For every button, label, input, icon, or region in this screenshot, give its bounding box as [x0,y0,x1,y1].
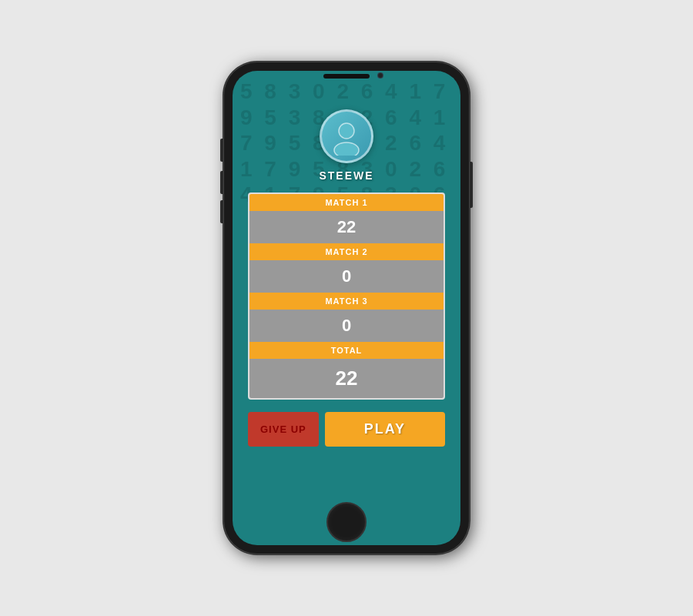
match2-header: MATCH 2 [249,243,444,260]
camera [377,72,383,79]
match1-value: 22 [249,211,444,243]
match1-header: MATCH 1 [249,194,444,211]
match2-value: 0 [249,260,444,293]
play-button[interactable]: PLAY [325,412,445,447]
match3-value: 0 [249,310,444,342]
svg-point-1 [334,142,359,156]
avatar [320,109,373,163]
home-button[interactable] [326,502,367,542]
action-buttons: GIVE UP PLAY [248,412,445,447]
give-up-button[interactable]: GIVE UP [248,412,319,447]
total-value: 22 [249,359,444,398]
match3-header: MATCH 3 [249,293,444,310]
phone-screen: STEEWE MATCH 1 22 MATCH 2 0 MATCH 3 0 TO… [233,71,460,545]
username-label: STEEWE [319,169,373,182]
screen-content: STEEWE MATCH 1 22 MATCH 2 0 MATCH 3 0 TO… [233,71,460,545]
speaker [323,74,370,79]
phone-device: STEEWE MATCH 1 22 MATCH 2 0 MATCH 3 0 TO… [223,62,470,554]
score-table: MATCH 1 22 MATCH 2 0 MATCH 3 0 TOTAL 22 [248,192,445,400]
svg-point-0 [339,123,354,139]
total-header: TOTAL [249,342,444,359]
